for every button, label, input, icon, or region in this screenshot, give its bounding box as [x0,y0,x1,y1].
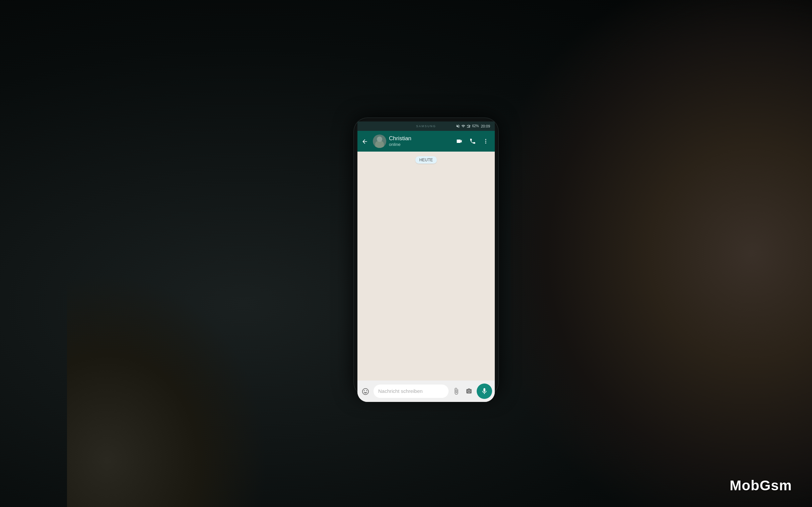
camera-button[interactable] [464,386,474,397]
status-bar: SAMSUNG 62% [357,121,495,131]
header-actions [453,135,492,147]
wa-header: Christian online [357,131,495,152]
svg-rect-0 [467,127,468,128]
battery-level: 62% [472,124,479,128]
svg-rect-1 [468,126,469,127]
signal-icon [467,124,471,128]
svg-point-5 [486,141,487,142]
back-button[interactable] [359,136,370,146]
wifi-icon [461,124,465,128]
phone-call-button[interactable] [467,135,479,147]
chat-area: HEUTE [357,152,495,381]
svg-point-6 [486,143,487,144]
status-time: 20:09 [481,124,490,128]
contact-info[interactable]: Christian online [389,135,451,147]
phone-device: SAMSUNG 62% [354,118,498,396]
attach-button[interactable] [451,386,461,397]
hand-left-shadow [67,273,268,507]
contact-avatar[interactable] [373,134,386,148]
contact-status: online [389,142,451,147]
input-bar: Nachricht schreiben [357,381,495,402]
svg-rect-3 [470,125,470,127]
contact-name: Christian [389,135,451,142]
emoji-button[interactable] [360,385,371,397]
phone-screen: Christian online [357,131,495,402]
message-input[interactable]: Nachricht schreiben [373,385,449,398]
hand-right-shadow [510,0,812,507]
date-badge: HEUTE [415,156,437,164]
svg-point-4 [486,139,487,140]
watermark: MobGsm [729,477,792,494]
video-call-button[interactable] [453,135,465,147]
phone-wrapper: SAMSUNG 62% [354,118,498,396]
more-options-button[interactable] [480,135,492,147]
mic-button[interactable] [477,384,492,399]
svg-rect-2 [469,126,469,128]
message-placeholder: Nachricht schreiben [378,388,423,394]
mute-icon [456,124,460,128]
status-icons: 62% 20:09 [456,124,490,128]
phone-brand: SAMSUNG [416,124,436,128]
